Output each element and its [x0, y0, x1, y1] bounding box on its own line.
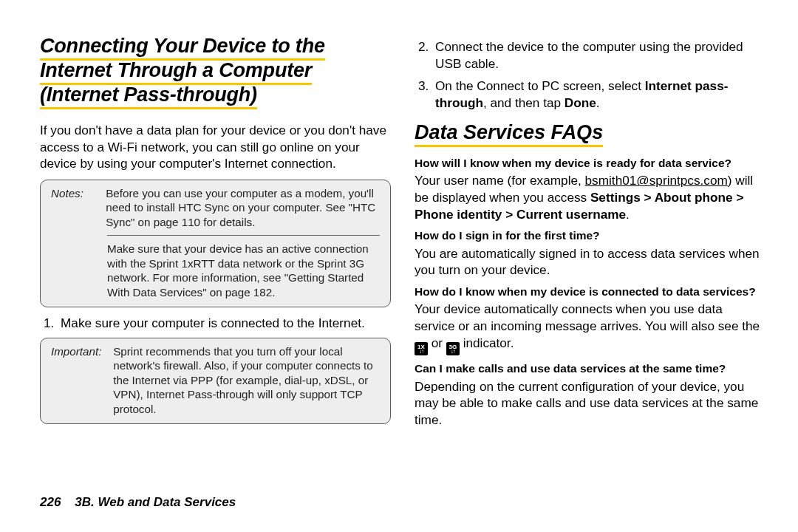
heading-line2: Internet Through a Computer: [40, 59, 312, 85]
step3-text-e: .: [596, 95, 600, 110]
section-heading-faqs: Data Services FAQs: [415, 120, 765, 144]
step3-text-a: On the Connect to PC screen, select: [435, 78, 645, 93]
heading-line3: (Internet Pass-through): [40, 83, 257, 109]
notes-divider: [107, 235, 380, 236]
step3-text-c: , and then tap: [483, 95, 565, 110]
a3-or: or: [432, 335, 446, 350]
faq-q1: How will I know when my device is ready …: [415, 156, 765, 171]
a1-text-d: .: [626, 207, 630, 222]
step-1: Make sure your computer is connected to …: [58, 315, 391, 332]
page-footer: 226 3B. Web and Data Services: [40, 495, 236, 510]
step3-bold-2: Done: [565, 95, 596, 110]
notes-label: Notes:: [51, 186, 103, 200]
important-box: Important: Sprint recommends that you tu…: [40, 338, 391, 424]
right-column: Connect the device to the computer using…: [415, 34, 765, 458]
page-content: Connecting Your Device to the Internet T…: [0, 0, 798, 473]
intro-paragraph: If you don't have a data plan for your d…: [40, 122, 391, 172]
faq-a3: Your device automatically connects when …: [415, 301, 765, 355]
page-number: 226: [40, 495, 61, 509]
a1-text-a: Your user name (for example,: [415, 173, 585, 188]
faq-q2: How do I sign in for the first time?: [415, 228, 765, 243]
left-column: Connecting Your Device to the Internet T…: [40, 34, 391, 458]
steps-list-left: Make sure your computer is connected to …: [40, 315, 391, 332]
1x-indicator-icon: 1X↓↑: [415, 342, 428, 355]
step-2: Connect the device to the computer using…: [432, 38, 765, 72]
faq-a1: Your user name (for example, bsmith01@sp…: [415, 172, 765, 222]
notes-content-1: Before you can use your computer as a mo…: [106, 186, 375, 229]
faqs-heading-text: Data Services FAQs: [415, 121, 603, 147]
step-3: On the Connect to PC screen, select Inte…: [432, 78, 765, 111]
notes-box: Notes: Before you can use your computer …: [40, 180, 391, 307]
important-content: Sprint recommends that you turn off your…: [113, 344, 375, 416]
a3-text-b: indicator.: [463, 335, 514, 350]
heading-line1: Connecting Your Device to the: [40, 35, 325, 61]
section-name: 3B. Web and Data Services: [75, 495, 236, 509]
steps-list-right: Connect the device to the computer using…: [415, 38, 765, 112]
section-heading-passthrough: Connecting Your Device to the Internet T…: [40, 34, 391, 107]
3g-indicator-icon: 3G↓↑: [446, 342, 460, 355]
notes-content-2: Make sure that your device has an active…: [107, 242, 380, 299]
important-label: Important:: [51, 344, 110, 358]
faq-q3: How do I know when my device is connecte…: [415, 284, 765, 299]
faq-q4: Can I make calls and use data services a…: [415, 361, 765, 376]
faq-a4: Depending on the current configuration o…: [415, 378, 765, 429]
a3-text-a: Your device automatically connects when …: [415, 301, 760, 333]
a1-email: bsmith01@sprintpcs.com: [585, 173, 728, 188]
faq-a2: You are automatically signed in to acces…: [415, 245, 765, 279]
